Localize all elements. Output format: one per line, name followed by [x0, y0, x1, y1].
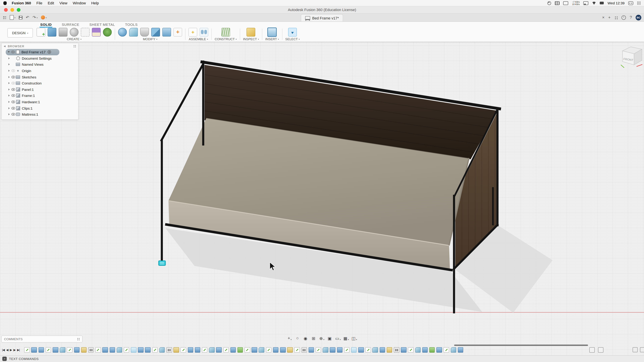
group-label-inspect[interactable]: INSPECT▾ [243, 37, 259, 41]
timeline-feature[interactable] [451, 347, 456, 353]
new-tab-icon[interactable]: + [608, 15, 611, 20]
screen-record-icon[interactable] [548, 1, 551, 5]
shell[interactable] [140, 28, 149, 36]
timeline-feature[interactable] [323, 347, 328, 353]
visibility-eye-icon[interactable] [11, 88, 16, 91]
ribbon-tab[interactable]: SHEET METAL [89, 22, 116, 27]
timeline-feature[interactable] [308, 347, 314, 353]
viewports-icon[interactable]: ◫ ▾ [351, 335, 358, 342]
timeline-feature[interactable] [337, 347, 342, 353]
zoom-icon[interactable]: ⊕ ▾ [319, 335, 325, 342]
go-to-end-icon[interactable]: ▶| [17, 348, 20, 352]
timeline-feature[interactable] [24, 347, 30, 353]
timeline-feature[interactable] [252, 347, 257, 353]
timeline-feature[interactable] [330, 347, 336, 353]
visibility-eye-icon[interactable] [11, 113, 16, 116]
redo-button[interactable]: ↷▾ [32, 16, 38, 19]
panel-grid-icon[interactable] [73, 44, 76, 48]
layout-icon[interactable] [640, 347, 644, 352]
menu-item[interactable]: Window [73, 1, 86, 5]
expand-arrow-icon[interactable] [8, 57, 11, 59]
create-form[interactable] [92, 28, 100, 36]
create-sketch[interactable] [36, 28, 45, 36]
timeline-feature[interactable] [351, 347, 357, 353]
timeline-feature[interactable] [344, 347, 350, 353]
timeline-feature[interactable] [223, 347, 229, 353]
data-panel-button[interactable] [3, 15, 6, 19]
timeline-feature[interactable] [244, 347, 250, 353]
timeline-feature[interactable] [102, 347, 108, 353]
menu-item[interactable]: View [59, 1, 67, 5]
timeline-feature[interactable] [408, 347, 414, 353]
group-label-insert[interactable]: INSERT▾ [265, 37, 279, 41]
browser-item[interactable]: Mattress:1 [2, 111, 78, 117]
visibility-eye-icon[interactable] [11, 76, 16, 78]
comments-expand-icon[interactable] [77, 338, 80, 341]
visibility-eye-icon[interactable] [11, 100, 16, 103]
user-avatar[interactable]: BC [636, 14, 641, 20]
orbit-icon[interactable]: ○ [295, 335, 301, 342]
step-forward-icon[interactable]: ▶ [14, 348, 16, 352]
insert[interactable] [267, 27, 277, 37]
timeline-feature[interactable] [401, 347, 406, 353]
menu-item[interactable]: Fusion 360 [12, 1, 31, 5]
network-speed[interactable]: ~7 KB/s 19 KB/s [572, 1, 580, 5]
timeline-feature[interactable] [110, 347, 115, 353]
control-center-icon[interactable] [628, 1, 633, 5]
visibility-eye-icon[interactable] [11, 107, 16, 109]
construction-plane[interactable] [221, 28, 230, 36]
timeline-feature[interactable] [67, 347, 72, 353]
step-back-icon[interactable]: ◀ [6, 348, 8, 352]
expand-arrow-icon[interactable] [8, 76, 11, 78]
timeline-feature[interactable] [53, 347, 58, 353]
timeline-feature[interactable] [287, 347, 293, 353]
expand-arrow-icon[interactable] [8, 82, 11, 84]
browser-item[interactable]: Origin [2, 68, 78, 74]
text-commands-terminal-icon[interactable]: > [2, 357, 7, 361]
expand-arrow-icon[interactable] [8, 70, 11, 72]
derive[interactable] [48, 28, 56, 36]
look-at-icon[interactable]: ◉ [303, 335, 309, 342]
pan-icon[interactable]: + ▾ [286, 335, 293, 342]
press-pull[interactable] [118, 28, 127, 36]
sweep[interactable] [81, 28, 90, 36]
fillet[interactable] [129, 28, 138, 36]
timeline-feature[interactable] [394, 347, 399, 353]
timeline-feature[interactable] [259, 347, 264, 353]
timeline-feature[interactable] [444, 347, 449, 353]
timeline-feature[interactable] [95, 347, 101, 353]
timeline-flag-icon[interactable] [598, 347, 604, 353]
timeline-feature[interactable] [366, 347, 371, 353]
timeline-feature[interactable] [174, 347, 179, 353]
timeline-feature[interactable] [81, 347, 87, 353]
timeline-feature[interactable] [230, 347, 236, 353]
expand-arrow-icon[interactable] [8, 101, 11, 103]
expand-arrow-icon[interactable] [8, 63, 11, 65]
group-label-construct[interactable]: CONSTRUCT▾ [215, 37, 237, 41]
timeline-scrollbar[interactable] [454, 345, 588, 346]
timeline-feature[interactable] [266, 347, 271, 353]
apps-grid-icon[interactable] [614, 15, 618, 19]
activate-component-radio[interactable] [48, 50, 51, 54]
browser-item[interactable]: Hardware:1 [2, 99, 78, 105]
timeline-feature[interactable] [46, 347, 51, 353]
expand-arrow-icon[interactable] [8, 88, 11, 90]
menubar-clock[interactable]: Wed 12:39 [608, 1, 624, 5]
timeline-feature[interactable] [294, 347, 300, 353]
browser-item[interactable]: Frame:1 [2, 92, 78, 99]
visibility-eye-icon[interactable] [11, 82, 16, 85]
create-mesh[interactable] [103, 28, 112, 36]
grid-snaps-icon[interactable]: ▦ ▾ [343, 335, 349, 342]
play-icon[interactable]: ▶ [10, 348, 12, 352]
activity-monitor-icon[interactable] [555, 1, 560, 5]
undo-button[interactable]: ↶ [26, 16, 29, 19]
move-copy[interactable] [174, 28, 182, 36]
timeline-feature[interactable] [273, 347, 278, 353]
keyboard-icon[interactable] [563, 1, 568, 5]
go-to-start-icon[interactable]: |◀ [2, 348, 4, 352]
timeline-feature[interactable] [138, 347, 144, 353]
panel-toggle-icon[interactable] [632, 347, 638, 352]
visibility-eye-icon[interactable] [11, 69, 16, 72]
timeline-feature[interactable] [152, 347, 158, 353]
offset-face[interactable] [162, 28, 171, 36]
